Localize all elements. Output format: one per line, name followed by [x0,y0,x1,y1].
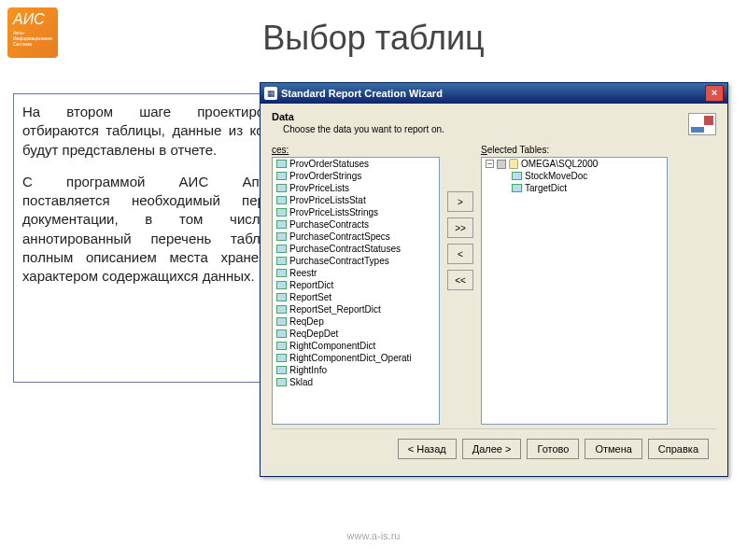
table-name: ProvPriceListsStat [289,195,366,205]
db-icon [509,159,518,169]
page-title: Выбор таблиц [0,19,747,58]
help-button[interactable]: Справка [648,439,709,459]
table-name: ProvOrderStatuses [289,159,369,169]
table-row[interactable]: ReportSet_ReportDict [273,303,439,315]
close-button[interactable]: × [705,85,724,102]
table-icon [276,196,287,204]
sources-label: ces: [272,145,440,155]
table-icon [276,342,287,350]
table-icon [276,317,287,326]
table-icon [276,305,287,314]
step-heading: Data [272,111,444,122]
table-name: RightInfo [289,365,327,375]
table-icon [276,293,287,301]
table-row[interactable]: Sklad [273,376,439,388]
remove-all-button[interactable]: << [447,270,473,290]
table-name: Reestr [289,268,317,278]
selected-label: Selected Tables: [481,145,668,155]
table-icon [276,378,287,386]
table-name: ProvPriceLists [289,183,349,193]
table-icon [276,184,287,192]
tree-server-node[interactable]: −OMEGA\SQL2000 [482,158,667,170]
step-sub: Choose the data you want to report on. [283,124,444,134]
table-row[interactable]: RightInfo [273,364,439,376]
table-name: ReqDep [289,316,324,327]
table-icon [276,329,287,338]
table-icon [276,257,287,265]
wizard-step-icon [688,113,716,135]
table-name: PurchaseContractSpecs [289,231,390,242]
table-icon [276,172,287,180]
table-icon [512,172,522,180]
table-name: ReportSet_ReportDict [289,304,381,315]
table-name: Sklad [289,377,313,387]
footer-url: www.a-is.ru [0,530,747,541]
table-row[interactable]: ProvPriceListsStat [273,194,439,206]
table-icon [276,245,287,253]
available-sources-list[interactable]: ProvOrderStatusesProvOrderStringsProvPri… [272,157,440,425]
selected-table-row[interactable]: TargetDict [482,182,667,194]
table-icon [276,366,287,374]
table-row[interactable]: PurchaseContractStatuses [273,243,439,255]
table-row[interactable]: PurchaseContractTypes [273,255,439,267]
table-row[interactable]: Reestr [273,267,439,279]
selected-tables-list[interactable]: −OMEGA\SQL2000StockMoveDocTargetDict [481,157,668,425]
table-name: PurchaseContractTypes [289,256,389,266]
table-row[interactable]: ReportSet [273,291,439,303]
back-button[interactable]: < Назад [398,439,457,459]
table-name: ProvPriceListsStrings [289,207,378,217]
table-name: ReportSet [289,292,331,302]
collapse-icon[interactable]: − [486,160,494,168]
table-name: TargetDict [525,183,567,193]
table-icon [276,232,287,241]
dialog-title: Standard Report Creation Wizard [281,88,705,99]
table-row[interactable]: RightComponentDict_Operati [273,352,439,364]
add-button[interactable]: > [447,191,473,212]
table-row[interactable]: RightComponentDict [273,340,439,352]
finish-button[interactable]: Готово [527,439,579,459]
remove-button[interactable]: < [447,244,473,264]
table-row[interactable]: ReqDepDet [273,328,439,340]
next-button[interactable]: Далее > [462,439,522,459]
selected-table-row[interactable]: StockMoveDoc [482,170,667,182]
cancel-button[interactable]: Отмена [585,439,641,459]
table-name: ReportDict [289,280,333,290]
table-row[interactable]: ProvOrderStatuses [273,158,439,170]
table-icon [276,208,287,217]
table-row[interactable]: ProvPriceLists [273,182,439,194]
wizard-dialog: ▦ Standard Report Creation Wizard × Data… [260,82,728,477]
table-icon [276,281,287,289]
server-name: OMEGA\SQL2000 [521,159,598,169]
table-name: ProvOrderStrings [289,171,361,181]
table-row[interactable]: ReportDict [273,279,439,291]
table-row[interactable]: ReqDep [273,315,439,328]
table-row[interactable]: ProvOrderStrings [273,170,439,182]
table-icon [276,220,287,229]
table-icon [276,269,287,277]
titlebar[interactable]: ▦ Standard Report Creation Wizard × [261,83,727,104]
app-icon: ▦ [264,87,277,100]
table-icon [276,160,287,168]
table-row[interactable]: ProvPriceListsStrings [273,206,439,218]
table-icon [276,354,287,362]
table-icon [512,184,522,192]
table-name: RightComponentDict [289,341,375,351]
server-icon [497,160,506,169]
add-all-button[interactable]: >> [447,217,473,238]
table-name: PurchaseContractStatuses [289,244,401,254]
table-name: ReqDepDet [289,329,338,339]
table-name: RightComponentDict_Operati [289,353,412,363]
table-row[interactable]: PurchaseContracts [273,218,439,231]
table-name: StockMoveDoc [525,171,587,181]
table-row[interactable]: PurchaseContractSpecs [273,231,439,243]
table-name: PurchaseContracts [289,219,369,230]
